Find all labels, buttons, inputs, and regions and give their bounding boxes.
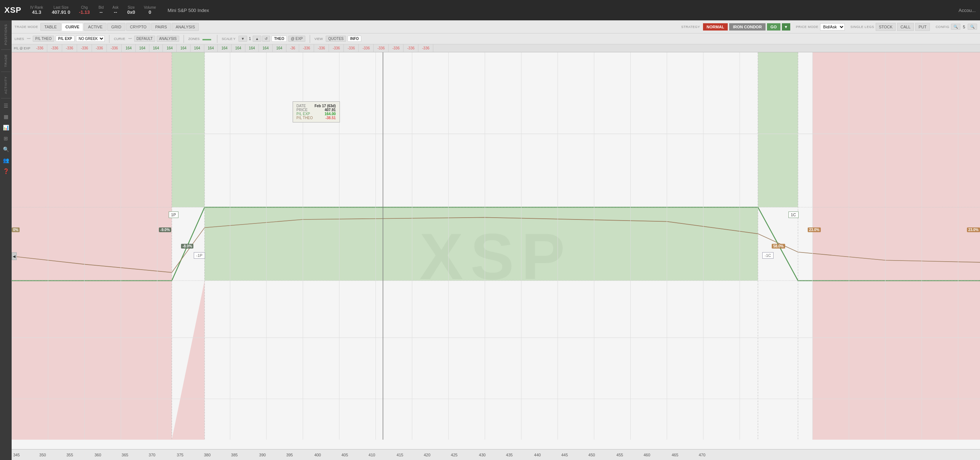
tooltip-date-row: DATE Feb 17 (63d) [297, 104, 336, 108]
x-label-430: 430 [479, 453, 486, 457]
tab-analysis[interactable]: ANALYSIS [172, 23, 199, 31]
tab-curve[interactable]: CURVE [61, 23, 83, 31]
toolbar-separator-1 [109, 35, 110, 43]
positions-label: POSITIONS [4, 22, 8, 47]
grid-icon[interactable]: ▦ [4, 111, 8, 122]
chg-label: Chg [81, 5, 88, 10]
pct-label-far-right: 23.0% [967, 227, 980, 232]
lines-label: LINES [14, 37, 24, 41]
collapse-sidebar-button[interactable]: ◀ [12, 252, 17, 260]
help-icon[interactable]: ❓ [3, 166, 9, 176]
stock-leg-button[interactable]: STOCK [876, 23, 896, 31]
short-call-label[interactable]: -1C [762, 252, 774, 259]
price-mode-section: PRICE MODE Bid/Ask Natural Mid [796, 23, 845, 30]
svg-marker-2 [205, 207, 758, 281]
scale-y-label: SCALE Y [222, 37, 235, 41]
x-label-470: 470 [698, 453, 705, 457]
price-mode-select[interactable]: Bid/Ask Natural Mid [820, 23, 845, 30]
tooltip-price-row: PRICE 407.91 [297, 108, 336, 112]
pl-theo-button[interactable]: P/L THEO [33, 36, 54, 42]
last-size-value: 407.91 0 [52, 10, 70, 15]
zoom-in-button[interactable]: 🔍 [951, 24, 960, 30]
zones-label: ZONES [188, 37, 200, 41]
people-icon[interactable]: 👥 [3, 155, 9, 165]
pl-val-n13: -336 [374, 44, 388, 52]
pl-exp-button[interactable]: P/L EXP [56, 36, 75, 42]
pl-row: P/L @ EXP -336 -336 -336 -336 -336 -336 … [12, 44, 980, 52]
sidebar-divider-3 [1, 98, 11, 98]
put-leg-button[interactable]: PUT [915, 23, 930, 31]
default-curve-button[interactable]: DEFAULT [134, 36, 155, 42]
ask-value: -- [114, 10, 117, 15]
pl-val-p5: 164 [177, 44, 191, 52]
tooltip-price-value: 407.91 [325, 108, 336, 112]
pl-val-p2: 164 [135, 44, 150, 52]
pl-val-n4: -336 [77, 44, 92, 52]
call-leg-button[interactable]: CALL [897, 23, 914, 31]
strategy-go-button[interactable]: GO [767, 23, 780, 30]
list-icon[interactable]: ☰ [4, 101, 8, 111]
scale-y-controls: ▼ 1 ▲ ↺ [239, 36, 270, 42]
tab-table[interactable]: TABLE [40, 23, 61, 31]
tooltip-pl-theo-row: P/L THEO -38.51 [297, 116, 336, 120]
pl-val-p11: 164 [259, 44, 273, 52]
tab-crypto[interactable]: CRYPTO [126, 23, 151, 31]
scale-down-button[interactable]: ▼ [239, 36, 247, 42]
tooltip-pl-theo-label: P/L THEO [297, 116, 313, 120]
greek-select[interactable]: NO GREEK DELTA GAMMA THETA VEGA [76, 36, 105, 42]
pl-val-p9: 164 [232, 44, 245, 52]
info-button[interactable]: INFO [347, 36, 361, 42]
short-put-label[interactable]: -1P [194, 252, 205, 259]
chart-icon[interactable]: 📊 [3, 122, 9, 133]
single-legs-label: SINGLE LEGS [851, 25, 874, 29]
quotes-button[interactable]: QUOTES [326, 36, 346, 42]
pct-label-far-left: 0% [12, 227, 20, 232]
scale-up-button[interactable]: ▲ [253, 36, 261, 42]
tooltip-date-label: DATE [297, 104, 306, 108]
volume-label: Volume [144, 5, 156, 10]
pl-val-n11: -336 [344, 44, 359, 52]
search-icon[interactable]: 🔍 [3, 144, 9, 154]
sidebar-divider-2 [1, 71, 11, 72]
ask-stat: Ask -- [112, 5, 118, 15]
x-label-365: 365 [122, 453, 128, 457]
tab-pairs[interactable]: PAIRS [151, 23, 171, 31]
x-label-405: 405 [341, 453, 348, 457]
view-label: VIEW [314, 37, 323, 41]
pl-val-n8: -336 [299, 44, 314, 52]
at-exp-button[interactable]: @ EXP [288, 36, 305, 42]
analysis-curve-button[interactable]: ANALYSIS [157, 36, 179, 42]
bid-label: Bid [99, 5, 103, 10]
pl-val-p3: 164 [150, 44, 163, 52]
long-put-label[interactable]: 1P [169, 211, 178, 218]
trade-label: TRADE [4, 52, 8, 70]
x-label-395: 395 [286, 453, 293, 457]
ask-label: Ask [112, 5, 118, 10]
chg-stat: Chg -1.13 [79, 5, 90, 15]
x-label-345: 345 [13, 453, 20, 457]
tab-active[interactable]: ACTIVE [84, 23, 107, 31]
scale-y-value: 1 [248, 37, 252, 41]
x-label-400: 400 [314, 453, 321, 457]
x-label-410: 410 [369, 453, 375, 457]
strategy-dropdown-button[interactable]: ▼ [782, 23, 790, 30]
pct-label-left-short-neg: -8.0% [181, 244, 193, 249]
pl-row-label: P/L @ EXP [12, 46, 32, 50]
content-area: TRADE MODE TABLE CURVE ACTIVE GRID CRYPT… [12, 21, 980, 460]
activity-label: ACTIVITY [4, 74, 8, 96]
long-call-label[interactable]: 1C [788, 211, 799, 218]
pl-val-n1: -336 [32, 44, 47, 52]
x-label-460: 460 [643, 453, 650, 457]
table-icon[interactable]: ⊞ [4, 133, 8, 144]
scale-reset-button[interactable]: ↺ [262, 36, 270, 42]
account-link[interactable]: Accou... [959, 8, 976, 13]
strategy-normal-button[interactable]: NORMAL [703, 23, 728, 30]
tab-grid[interactable]: GRID [107, 23, 126, 31]
last-size-label: Last Size [53, 5, 68, 10]
chart-area[interactable]: XSP [12, 52, 980, 460]
zoom-out-button[interactable]: 🔍 [968, 24, 977, 30]
strategy-iron-condor-button[interactable]: IRON CONDOR [729, 23, 765, 30]
theo-button[interactable]: THEO [272, 36, 287, 42]
pct-label-left-neg: -9.0% [159, 227, 171, 232]
pl-val-p1: 164 [122, 44, 135, 52]
